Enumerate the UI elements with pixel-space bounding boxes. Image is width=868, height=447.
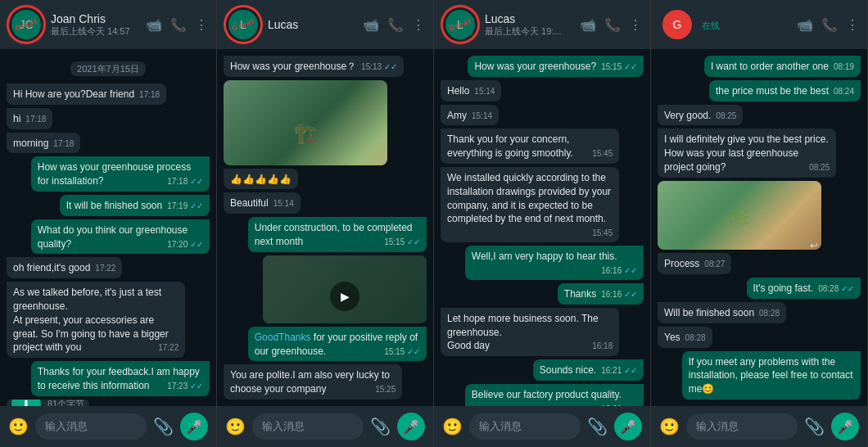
file-size-label: 81个字节: [47, 400, 84, 406]
msg-process: Process 08:27: [658, 253, 731, 274]
msg-thanks: Thanks 16:16 ✓✓: [558, 283, 644, 305]
msg-out: Under construction, to be completed next…: [248, 217, 427, 252]
msg-sounds-nice: Sounds nice. 16:21 ✓✓: [533, 359, 644, 381]
message-input-3[interactable]: 输入消息: [469, 413, 581, 440]
chat-header-2: L Great Lucas 📹 📞 ⋮: [217, 0, 433, 49]
phone-icon[interactable]: 📞: [170, 17, 187, 33]
great-stamp-1: Great: [1, 0, 52, 50]
input-placeholder-4: 输入消息: [696, 419, 739, 434]
msg-going-fast: It's going fast. 08:28 ✓✓: [747, 278, 861, 299]
msg-out: It will be finished soon 17:19 ✓✓: [60, 195, 210, 216]
great-stamp-3: Great: [435, 0, 486, 50]
date-divider-1: 2021年7月15日: [7, 61, 210, 75]
chat-panel-3: L Great Lucas 最后上线今天 19:... 📹 📞 ⋮ How wa…: [434, 0, 651, 447]
contact-name-4: 在线: [702, 18, 790, 32]
greenhouse-image-p4: 🌿 ↩: [658, 181, 821, 251]
message-input-2[interactable]: 输入消息: [252, 413, 364, 440]
greenhouse-image: 🏗️ ↩: [224, 80, 387, 165]
chat-input-1: 🙂 输入消息 📎 🎤: [0, 406, 216, 447]
avatar-4: G: [662, 10, 692, 39]
video-call-icon[interactable]: 📹: [580, 17, 596, 33]
greenhouse-img-msg: 🏗️ ↩ 15:14: [224, 80, 387, 165]
download-icon: ⬇: [11, 400, 41, 406]
messages-4: I want to order another one 08:19 the pr…: [651, 49, 867, 406]
video-call-icon[interactable]: 📹: [797, 17, 813, 33]
msg-hello: Hello 15:14: [441, 80, 501, 102]
emoji-icon[interactable]: 🙂: [225, 417, 246, 436]
chat-header-4: G 在线 📹 📞 ⋮: [651, 0, 867, 49]
chat-input-4: 🙂 输入消息 📎 🎤: [651, 406, 867, 447]
header-info-3: Lucas 最后上线今天 19:...: [485, 12, 573, 38]
video-call-icon[interactable]: 📹: [146, 17, 162, 33]
mic-button-1[interactable]: 🎤: [180, 413, 208, 440]
forward-icon-p4: ↩: [810, 240, 818, 251]
chat-header-3: L Great Lucas 最后上线今天 19:... 📹 📞 ⋮: [434, 0, 650, 49]
message-input-1[interactable]: 输入消息: [35, 413, 147, 440]
msg-happy: Well,I am very happy to hear this. 16:16…: [465, 246, 644, 280]
header-icons-1: 📹 📞 ⋮: [146, 17, 208, 33]
header-info-4: 在线: [702, 18, 790, 32]
header-icons-2: 📹 📞 ⋮: [363, 17, 425, 33]
msg-in: hi 17:18: [7, 108, 52, 129]
msg-out: Thanks for your feedback.I am happy to r…: [31, 361, 210, 396]
mic-button-3[interactable]: 🎤: [614, 413, 642, 440]
header-icons-4: 📹 📞 ⋮: [797, 17, 859, 33]
mic-button-4[interactable]: 🎤: [831, 413, 859, 440]
msg-out: How was your greenhouse process for inst…: [31, 156, 210, 192]
msg-out-thanks: GoodThanks for your positive reply of ou…: [248, 327, 427, 362]
msg-in-polite: You are polite.I am also very lucky to c…: [224, 364, 402, 400]
msg-order: I want to order another one 08:19: [704, 56, 861, 77]
attach-icon[interactable]: 📎: [153, 417, 174, 436]
emoji-icon[interactable]: 🙂: [442, 417, 463, 436]
message-input-4[interactable]: 输入消息: [686, 413, 798, 440]
msg-beautiful: Beautiful 15:14: [224, 192, 301, 214]
more-icon[interactable]: ⋮: [195, 17, 208, 33]
forward-icon-video: ↩: [415, 323, 423, 323]
contact-status-3: 最后上线今天 19:...: [485, 25, 573, 38]
phone-icon[interactable]: 📞: [604, 17, 621, 33]
emoji-icon[interactable]: 🙂: [659, 417, 680, 436]
more-icon[interactable]: ⋮: [846, 17, 859, 33]
chat-panel-4: G 在线 📹 📞 ⋮ I want to order another one 0…: [651, 0, 868, 447]
emoji-icon[interactable]: 🙂: [8, 417, 29, 436]
chat-header-1: JC Great Joan Chris 最后上线今天 14:57 📹 📞 ⋮: [0, 0, 216, 49]
msg-in: oh friend,it's good 17:22: [7, 257, 122, 278]
attach-icon[interactable]: 📎: [370, 417, 391, 436]
online-badge: 在线: [702, 20, 720, 30]
play-icon[interactable]: ▶: [330, 282, 359, 311]
more-icon[interactable]: ⋮: [412, 17, 425, 33]
msg-thumbs: 👍👍👍👍👍: [224, 169, 298, 190]
video-thumbnail: ▶ 01:09 ↩: [263, 255, 427, 323]
msg-finished-soon: Will be finished soon 08:28: [658, 302, 786, 323]
msg-problems: If you meet any problems with the instal…: [682, 351, 861, 400]
messages-3: How was your greenhouse? 15:15 ✓✓ Hello …: [434, 49, 650, 406]
video-msg: ▶ 01:09 ↩ 15:15: [263, 255, 427, 323]
phone-icon[interactable]: 📞: [821, 17, 838, 33]
input-placeholder-3: 输入消息: [479, 419, 522, 434]
msg-business: Let hope more business soon. The greenho…: [441, 308, 619, 356]
msg-concern: Thank you for your concern, everything i…: [441, 129, 619, 164]
chat-input-2: 🙂 输入消息 📎 🎤: [217, 406, 433, 447]
msg-amy: Amy 15:14: [441, 105, 499, 126]
msg-very-good: Very good. 08:25: [658, 105, 743, 126]
contact-name-3: Lucas: [485, 12, 573, 25]
msg-morning: morning 17:18: [7, 133, 80, 154]
chat-panel-2: L Great Lucas 📹 📞 ⋮ How was your greenho…: [217, 0, 434, 447]
messages-1: 2021年7月15日 Hi How are you?Dear friend 17…: [0, 49, 216, 406]
header-icons-3: 📹 📞 ⋮: [580, 17, 642, 33]
header-info-1: Joan Chris 最后上线今天 14:57: [51, 12, 139, 38]
chat-input-3: 🙂 输入消息 📎 🎤: [434, 406, 650, 447]
chat-panel-1: JC Great Joan Chris 最后上线今天 14:57 📹 📞 ⋮ 2…: [0, 0, 217, 447]
msg-factory: Believe our factory product quality. 16:…: [465, 384, 644, 406]
mic-button-2[interactable]: 🎤: [397, 413, 425, 440]
attach-icon[interactable]: 📎: [804, 417, 825, 436]
contact-name-1: Joan Chris: [51, 12, 139, 25]
more-icon[interactable]: ⋮: [629, 17, 642, 33]
video-call-icon[interactable]: 📹: [363, 17, 379, 33]
attach-icon[interactable]: 📎: [587, 417, 608, 436]
input-placeholder-1: 输入消息: [45, 419, 88, 434]
phone-icon[interactable]: 📞: [387, 17, 404, 33]
msg-in: As we talked before, it's just a test gr…: [7, 282, 185, 358]
great-stamp-2: Great: [218, 0, 269, 50]
header-info-2: Lucas: [268, 18, 356, 31]
